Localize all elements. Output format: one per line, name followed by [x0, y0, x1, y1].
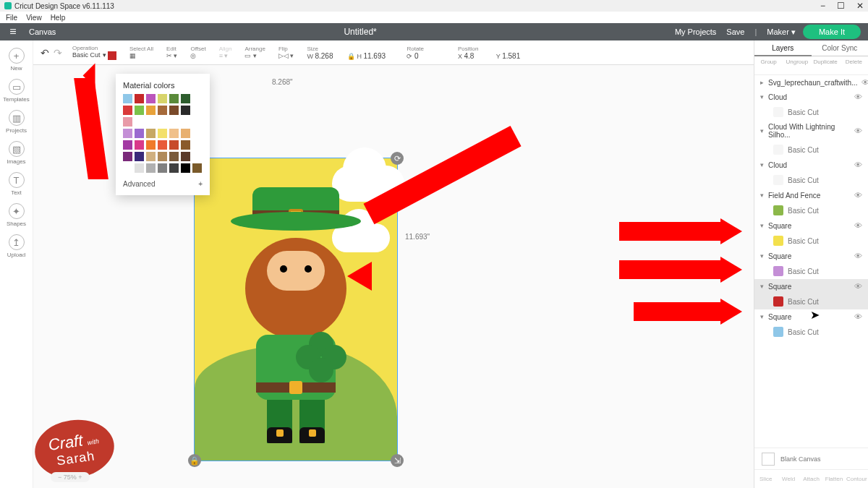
color-swatch[interactable]: [135, 140, 144, 150]
color-swatch[interactable]: [169, 140, 179, 150]
color-swatch[interactable]: [181, 152, 190, 161]
color-swatch[interactable]: [123, 152, 132, 161]
pos-y-input[interactable]: [502, 52, 532, 60]
save-link[interactable]: Save: [726, 27, 744, 36]
advanced-toggle[interactable]: Advanced: [123, 180, 155, 188]
color-swatch[interactable]: [158, 94, 167, 103]
action-weld[interactable]: Weld: [777, 470, 799, 488]
tool-new[interactable]: +New: [0, 48, 33, 72]
layer-sublabel[interactable]: Basic Cut: [754, 142, 868, 158]
lock-aspect-icon[interactable]: 🔒: [347, 53, 355, 60]
color-swatch[interactable]: [123, 117, 132, 127]
tool-text[interactable]: TText: [0, 172, 33, 196]
color-swatch[interactable]: [169, 152, 179, 161]
arrange-dropdown[interactable]: ▭ ▾: [244, 52, 257, 59]
maximize-button[interactable]: ☐: [837, 1, 845, 11]
action-flatten[interactable]: Flatten: [822, 470, 845, 488]
color-swatch[interactable]: [158, 140, 167, 150]
color-swatch[interactable]: [146, 140, 156, 150]
rotate-handle-icon[interactable]: ⟳: [391, 152, 404, 165]
layer-list[interactable]: ▸Svg_leprechaun_craftwith...👁▾Cloud👁 Bas…: [754, 75, 868, 448]
action-slice[interactable]: Slice: [754, 470, 777, 488]
tool-templates[interactable]: ▭Templates: [0, 79, 33, 103]
document-title[interactable]: Untitled*: [56, 27, 665, 37]
tool-shapes[interactable]: ✦Shapes: [0, 203, 33, 227]
edit-dropdown[interactable]: ✂ ▾: [166, 52, 178, 59]
menu-help[interactable]: Help: [51, 14, 66, 22]
color-swatch[interactable]: [135, 94, 144, 103]
color-swatch[interactable]: [192, 163, 202, 173]
color-swatch[interactable]: [146, 163, 156, 173]
undo-button[interactable]: ↶: [41, 47, 49, 59]
layer-sublabel[interactable]: Basic Cut: [754, 202, 868, 218]
hamburger-icon[interactable]: ≡: [0, 25, 26, 38]
flip-dropdown[interactable]: ▷◁ ▾: [278, 52, 294, 59]
my-projects-link[interactable]: My Projects: [675, 27, 716, 36]
machine-selector[interactable]: Maker ▾: [767, 27, 796, 37]
make-it-button[interactable]: Make It: [803, 25, 861, 39]
tab-layers[interactable]: Layers: [754, 40, 812, 56]
color-swatch[interactable]: [169, 129, 179, 138]
color-swatch[interactable]: [146, 129, 156, 138]
tab-color-sync[interactable]: Color Sync: [812, 40, 869, 56]
layer-item[interactable]: ▾Square👁: [754, 309, 868, 324]
color-swatch[interactable]: [169, 163, 179, 173]
blank-canvas-row[interactable]: Blank Canvas: [754, 448, 868, 469]
color-swatch[interactable]: [169, 94, 179, 103]
color-swatch[interactable]: [135, 129, 144, 138]
color-swatch[interactable]: [123, 140, 132, 150]
layer-item[interactable]: ▾Cloud With Lightning Silho...👁: [754, 120, 868, 142]
material-colors-popover[interactable]: Material colors Advanced+: [116, 74, 210, 195]
minimize-button[interactable]: −: [820, 1, 825, 11]
action-contour[interactable]: Contour: [846, 470, 868, 488]
color-swatch[interactable]: [135, 106, 144, 115]
layer-item[interactable]: ▾Field And Fence👁: [754, 188, 868, 202]
height-input[interactable]: [363, 52, 393, 60]
layer-group[interactable]: ▸Svg_leprechaun_craftwith...👁: [754, 75, 868, 90]
offset-button[interactable]: ◎: [190, 52, 196, 59]
color-swatch[interactable]: [146, 106, 156, 115]
layer-item[interactable]: ▾Square👁: [754, 279, 868, 294]
layer-tool-group[interactable]: Group: [754, 56, 783, 74]
tool-images[interactable]: ▧Images: [0, 141, 33, 165]
color-swatch[interactable]: [169, 106, 179, 115]
rotate-input[interactable]: [414, 52, 445, 60]
color-swatch[interactable]: [158, 106, 167, 115]
color-swatch[interactable]: [135, 152, 144, 161]
color-swatch[interactable]: [181, 106, 190, 115]
menu-file[interactable]: File: [6, 14, 17, 22]
layer-tool-ungroup[interactable]: Ungroup: [783, 56, 811, 74]
color-swatch[interactable]: [146, 152, 156, 161]
color-swatch[interactable]: [158, 152, 167, 161]
menu-view[interactable]: View: [26, 14, 42, 22]
layer-item[interactable]: ▾Square👁: [754, 249, 868, 263]
width-input[interactable]: [315, 52, 345, 60]
close-button[interactable]: ✕: [856, 1, 864, 11]
color-swatch[interactable]: [158, 163, 167, 173]
layer-sublabel[interactable]: Basic Cut: [754, 233, 868, 249]
color-swatch[interactable]: [158, 129, 167, 138]
redo-button[interactable]: ↷: [54, 47, 62, 59]
layer-sublabel[interactable]: Basic Cut: [754, 263, 868, 279]
tool-projects[interactable]: ▥Projects: [0, 110, 33, 134]
lock-handle-icon[interactable]: 🔒: [188, 454, 201, 467]
color-swatch[interactable]: [123, 129, 132, 138]
action-attach[interactable]: Attach: [800, 470, 822, 488]
layer-item[interactable]: ▾Cloud👁: [754, 90, 868, 104]
tool-upload[interactable]: ↥Upload: [0, 234, 33, 258]
layer-item[interactable]: ▾Square👁: [754, 218, 868, 233]
color-swatch[interactable]: [123, 163, 132, 173]
layer-tool-duplicate[interactable]: Duplicate: [812, 56, 840, 74]
color-swatch[interactable]: [123, 94, 132, 103]
zoom-control[interactable]: − 75% +: [51, 472, 90, 482]
layer-sublabel[interactable]: Basic Cut: [754, 104, 868, 120]
color-swatch[interactable]: [123, 106, 132, 115]
color-swatch[interactable]: [181, 163, 190, 173]
scale-handle-icon[interactable]: ⇲: [391, 454, 404, 467]
pos-x-input[interactable]: [464, 52, 495, 60]
layer-sublabel[interactable]: Basic Cut: [754, 172, 868, 188]
layer-sublabel[interactable]: Basic Cut: [754, 324, 868, 340]
layer-item[interactable]: ▾Cloud👁: [754, 158, 868, 172]
color-swatch[interactable]: [181, 94, 190, 103]
layer-sublabel[interactable]: Basic Cut: [754, 294, 868, 309]
